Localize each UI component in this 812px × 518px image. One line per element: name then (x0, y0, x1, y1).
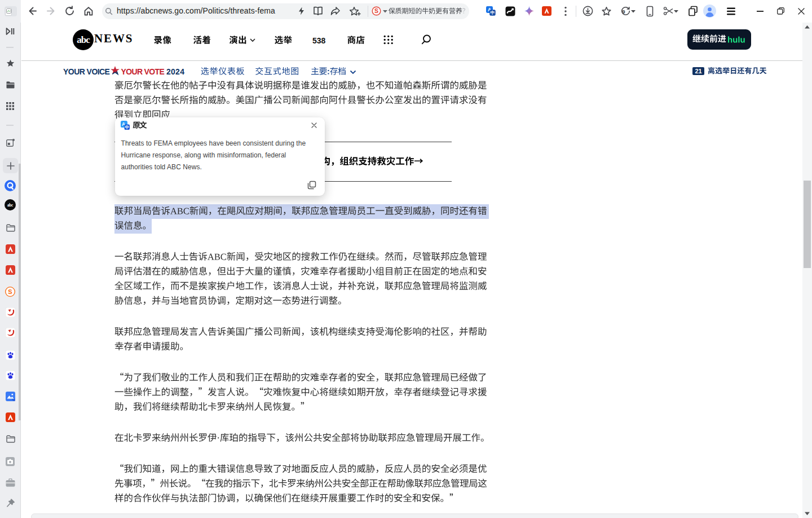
svg-text:abc: abc (7, 203, 14, 208)
svg-text:9: 9 (622, 8, 625, 15)
svg-text:S: S (8, 288, 12, 295)
svg-text:S: S (374, 7, 378, 14)
svg-text:中: 中 (491, 10, 495, 15)
